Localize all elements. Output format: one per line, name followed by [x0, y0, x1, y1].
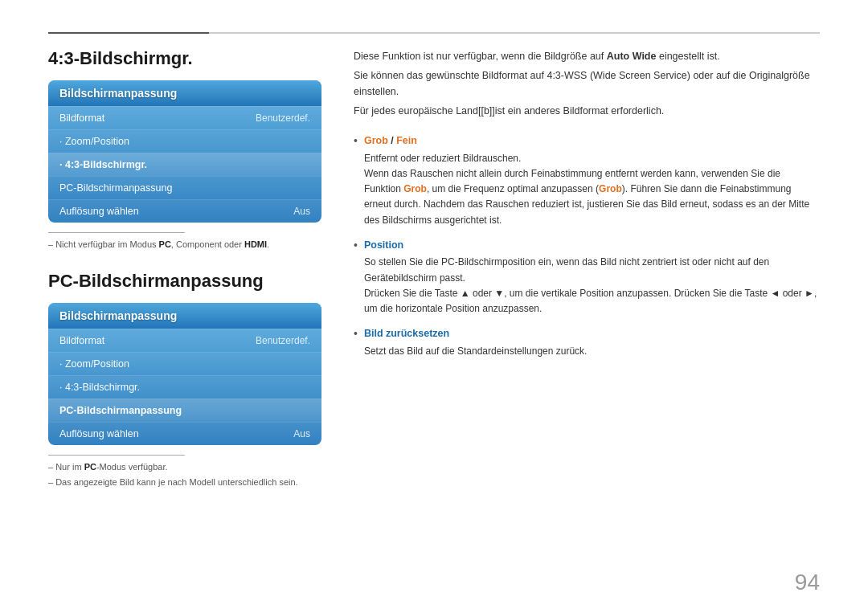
left-column: 4:3-Bildschirmgr. Bildschirmanpassung Bi… — [48, 48, 321, 589]
bullet-position: • Position So stellen Sie die PC-Bildsch… — [354, 238, 820, 317]
menu-item-43-2[interactable]: · 4:3-Bildschirmgr. — [48, 375, 321, 398]
section1-menu-header: Bildschirmanpassung — [48, 80, 321, 106]
section1-menu-card: Bildschirmanpassung Bildformat Benutzerd… — [48, 80, 321, 223]
page-container: 4:3-Bildschirmgr. Bildschirmanpassung Bi… — [0, 0, 868, 613]
right-column: Diese Funktion ist nur verfügbar, wenn d… — [354, 48, 820, 589]
note-1: – Nicht verfügbar im Modus PC, Component… — [48, 238, 321, 251]
page-number: 94 — [795, 570, 820, 595]
bullet-body-2: So stellen Sie die PC-Bildschirmposition… — [364, 255, 820, 317]
intro-line-3: Für jedes europäische Land[[b]]ist ein a… — [354, 103, 820, 119]
menu-item-bildformat-1[interactable]: Bildformat Benutzerdef. — [48, 106, 321, 129]
note-2a: – Nur im PC-Modus verfügbar. — [48, 460, 321, 474]
note-sep-1 — [48, 232, 185, 233]
top-separator — [48, 32, 820, 34]
menu-item-pc-2[interactable]: PC-Bildschirmanpassung — [48, 398, 321, 422]
bullet-title-2: Position — [364, 238, 820, 253]
bullet-reset: • Bild zurücksetzen Setzt das Bild auf d… — [354, 326, 820, 359]
bullet-grob-fein: • Grob / Fein Entfernt oder reduziert Bi… — [354, 133, 820, 228]
section1: 4:3-Bildschirmgr. Bildschirmanpassung Bi… — [48, 48, 321, 251]
menu-item-zoom-2[interactable]: · Zoom/Position — [48, 352, 321, 375]
menu-item-bildformat-2[interactable]: Bildformat Benutzerdef. — [48, 329, 321, 352]
bullet-dot-2: • — [354, 238, 358, 254]
bullet-dot-3: • — [354, 326, 358, 342]
right-intro: Diese Funktion ist nur verfügbar, wenn d… — [354, 48, 820, 119]
bullet-title-3: Bild zurücksetzen — [364, 326, 820, 341]
section2-menu-header: Bildschirmanpassung — [48, 303, 321, 329]
main-content: 4:3-Bildschirmgr. Bildschirmanpassung Bi… — [48, 48, 820, 589]
bullet-body-3: Setzt das Bild auf die Standardeinstellu… — [364, 344, 820, 359]
note-sep-2 — [48, 455, 185, 456]
bullet-content-1: Grob / Fein Entfernt oder reduziert Bild… — [364, 133, 820, 228]
section2-heading: PC-Bildschirmanpassung — [48, 271, 321, 292]
menu-item-pc-1[interactable]: PC-Bildschirmanpassung — [48, 176, 321, 199]
section2-menu-card: Bildschirmanpassung Bildformat Benutzerd… — [48, 303, 321, 445]
bullet-content-2: Position So stellen Sie die PC-Bildschir… — [364, 238, 820, 317]
bullet-content-3: Bild zurücksetzen Setzt das Bild auf die… — [364, 326, 820, 359]
section1-heading: 4:3-Bildschirmgr. — [48, 48, 321, 69]
bullet-dot-1: • — [354, 133, 358, 149]
bullet-body-1: Entfernt oder reduziert Bildrauschen. We… — [364, 151, 820, 228]
note-2b: – Das angezeigte Bild kann je nach Model… — [48, 476, 321, 489]
menu-item-aufloesung-1[interactable]: Auflösung wählen Aus — [48, 199, 321, 223]
bullet-section: • Grob / Fein Entfernt oder reduziert Bi… — [354, 133, 820, 359]
menu-item-43-1[interactable]: · 4:3-Bildschirmgr. — [48, 153, 321, 176]
menu-item-zoom-1[interactable]: · Zoom/Position — [48, 129, 321, 153]
intro-line-1: Diese Funktion ist nur verfügbar, wenn d… — [354, 48, 820, 64]
menu-item-aufloesung-2[interactable]: Auflösung wählen Aus — [48, 422, 321, 445]
bullet-title-1: Grob / Fein — [364, 133, 820, 149]
section2: PC-Bildschirmanpassung Bildschirmanpassu… — [48, 271, 321, 489]
intro-line-2: Sie können das gewünschte Bildformat auf… — [354, 67, 820, 100]
